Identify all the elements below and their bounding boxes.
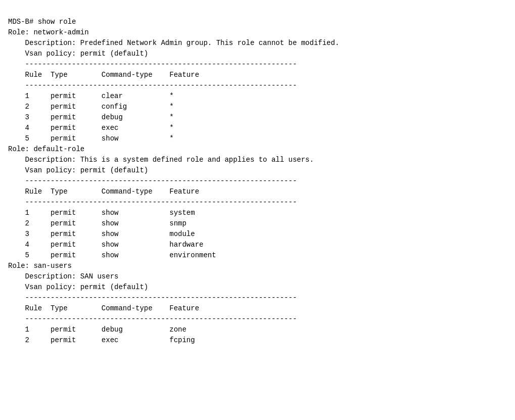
terminal-output: MDS-B# show roleRole: network-admin Desc…	[8, 6, 507, 346]
terminal-line-role2-row4: 4 permit show hardware	[8, 240, 507, 250]
terminal-line-role2-divider2: ----------------------------------------…	[8, 197, 507, 208]
terminal-line-role1-row5: 5 permit show *	[8, 133, 507, 144]
terminal-line-role1-divider1: ----------------------------------------…	[8, 59, 507, 70]
terminal-line-role2-header: Role: default-role	[8, 144, 507, 155]
terminal-line-role1-row4: 4 permit exec *	[8, 123, 507, 133]
terminal-line-cmd: MDS-B# show role	[8, 17, 507, 27]
terminal-line-role1-row1: 1 permit clear *	[8, 91, 507, 102]
terminal-line-role1-col-header: Rule Type Command-type Feature	[8, 70, 507, 80]
terminal-line-role1-divider2: ----------------------------------------…	[8, 80, 507, 91]
terminal-line-role2-row3: 3 permit show module	[8, 229, 507, 240]
terminal-line-role3-header: Role: san-users	[8, 261, 507, 271]
terminal-line-role3-row1: 1 permit debug zone	[8, 324, 507, 335]
terminal-line-role1-row2: 2 permit config *	[8, 102, 507, 112]
terminal-line-role2-row5: 5 permit show environment	[8, 250, 507, 261]
terminal-line-role1-row3: 3 permit debug *	[8, 112, 507, 123]
terminal-line-role3-desc: Description: SAN users	[8, 271, 507, 282]
terminal-line-role3-row2: 2 permit exec fcping	[8, 335, 507, 346]
terminal-line-role3-divider2: ----------------------------------------…	[8, 314, 507, 324]
terminal-line-role3-divider1: ----------------------------------------…	[8, 293, 507, 303]
terminal-line-role2-row1: 1 permit show system	[8, 208, 507, 218]
terminal-line-role3-col-header: Rule Type Command-type Feature	[8, 303, 507, 314]
terminal-line-role2-divider1: ----------------------------------------…	[8, 176, 507, 186]
terminal-line-role1-vsan: Vsan policy: permit (default)	[8, 49, 507, 59]
terminal-line-role2-col-header: Rule Type Command-type Feature	[8, 186, 507, 197]
terminal-line-role2-row2: 2 permit show snmp	[8, 218, 507, 229]
terminal-line-role1-desc: Description: Predefined Network Admin gr…	[8, 38, 507, 49]
terminal-line-role1-header: Role: network-admin	[8, 27, 507, 38]
terminal-line-role3-vsan: Vsan policy: permit (default)	[8, 282, 507, 293]
terminal-line-role2-vsan: Vsan policy: permit (default)	[8, 165, 507, 176]
terminal-line-role2-desc: Description: This is a system defined ro…	[8, 155, 507, 165]
